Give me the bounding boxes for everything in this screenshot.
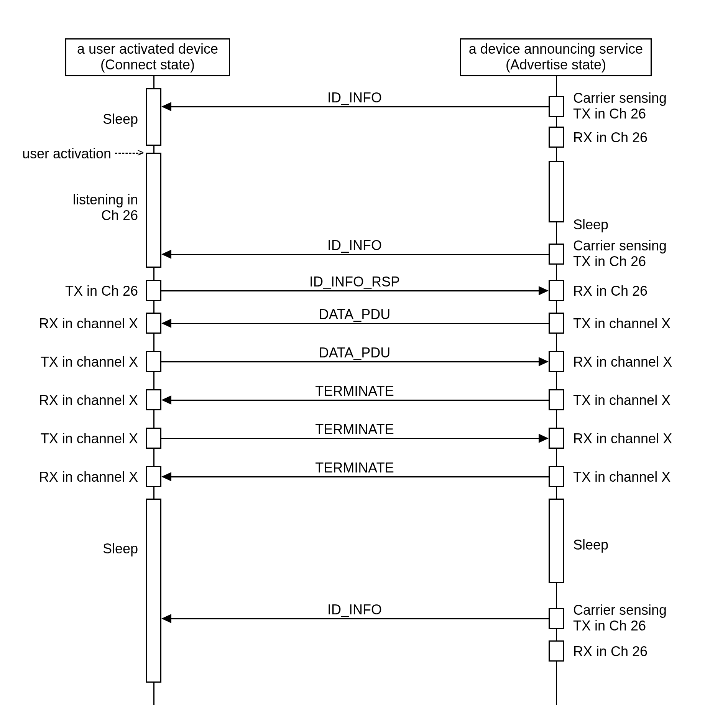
left-act-rxX-1 bbox=[146, 313, 161, 334]
arrow-idinforsp-head bbox=[539, 286, 549, 295]
right-act-txX-2 bbox=[549, 389, 564, 410]
right-act-cs1 bbox=[549, 96, 564, 117]
left-act-sleep1 bbox=[146, 88, 161, 146]
left-label-rxX-1: RX in channel X bbox=[15, 316, 138, 331]
left-act-sleep2 bbox=[146, 499, 161, 683]
right-title-line1: a device announcing service bbox=[461, 41, 651, 57]
right-act-cs2 bbox=[549, 244, 564, 265]
right-participant-title: a device announcing service (Advertise s… bbox=[460, 38, 652, 76]
right-label-rxX-2: RX in channel X bbox=[573, 431, 711, 446]
arrow-datapdu-2-head bbox=[539, 357, 549, 366]
right-label-cs3: Carrier sensing TX in Ch 26 bbox=[573, 602, 711, 634]
left-label-txX-2: TX in channel X bbox=[15, 431, 138, 446]
arrow-idinfo-2 bbox=[171, 254, 549, 255]
left-act-tx26 bbox=[146, 280, 161, 301]
right-act-txX-1 bbox=[549, 313, 564, 334]
arrow-datapdu-2 bbox=[161, 361, 539, 362]
left-label-sleep1: Sleep bbox=[23, 111, 138, 127]
arrow-datapdu-1 bbox=[171, 323, 549, 324]
left-label-txX-1: TX in channel X bbox=[15, 354, 138, 370]
msg-idinfo-2: ID_INFO bbox=[278, 237, 431, 253]
arrow-idinfo-3 bbox=[171, 618, 549, 619]
right-act-rx26-2 bbox=[549, 280, 564, 301]
right-label-rxX-1: RX in channel X bbox=[573, 354, 711, 370]
msg-idinfo-3: ID_INFO bbox=[278, 602, 431, 618]
left-participant-title: a user activated device (Connect state) bbox=[65, 38, 230, 76]
arrow-term-2-head bbox=[539, 434, 549, 443]
left-label-listening: listening in Ch 26 bbox=[23, 192, 138, 224]
right-label-sleep2: Sleep bbox=[573, 537, 711, 553]
right-label-rx26-1: RX in Ch 26 bbox=[573, 130, 711, 145]
right-label-sleep1: Sleep bbox=[573, 217, 711, 232]
right-act-cs3 bbox=[549, 608, 564, 629]
right-label-txX-3: TX in channel X bbox=[573, 469, 711, 485]
msg-term-3: TERMINATE bbox=[278, 460, 431, 476]
left-label-rxX-2: RX in channel X bbox=[15, 392, 138, 408]
right-act-txX-3 bbox=[549, 466, 564, 487]
msg-term-2: TERMINATE bbox=[278, 421, 431, 438]
right-act-rx26-3 bbox=[549, 640, 564, 662]
arrow-datapdu-1-head bbox=[161, 319, 171, 328]
arrow-idinfo-3-head bbox=[161, 614, 171, 623]
arrow-idinfo-1 bbox=[171, 106, 549, 107]
arrow-idinfo-1-head bbox=[161, 102, 171, 111]
left-act-listening bbox=[146, 153, 161, 268]
arrow-term-1-head bbox=[161, 395, 171, 405]
left-act-txX-2 bbox=[146, 428, 161, 449]
left-act-rxX-2 bbox=[146, 389, 161, 410]
right-act-sleep2 bbox=[549, 499, 564, 583]
msg-idinforsp: ID_INFO_RSP bbox=[278, 274, 431, 290]
left-act-txX-1 bbox=[146, 351, 161, 372]
right-label-rx26-2: RX in Ch 26 bbox=[573, 283, 711, 299]
left-label-rxX-3: RX in channel X bbox=[15, 469, 138, 485]
arrow-term-1 bbox=[171, 400, 549, 401]
right-act-sleep1 bbox=[549, 161, 564, 222]
arrow-idinfo-2-head bbox=[161, 250, 171, 259]
left-label-sleep2: Sleep bbox=[23, 541, 138, 556]
left-label-user-activation: user activation bbox=[0, 146, 111, 161]
sequence-diagram: a user activated device (Connect state) … bbox=[0, 0, 728, 716]
left-title-line2: (Connect state) bbox=[66, 57, 229, 72]
right-act-rxX-2 bbox=[549, 428, 564, 449]
right-title-line2: (Advertise state) bbox=[461, 57, 651, 72]
msg-datapdu-2: DATA_PDU bbox=[278, 345, 431, 361]
msg-datapdu-1: DATA_PDU bbox=[278, 306, 431, 323]
left-title-line1: a user activated device bbox=[66, 41, 229, 57]
user-activation-arrow-head: > bbox=[137, 146, 144, 159]
right-label-txX-1: TX in channel X bbox=[573, 316, 711, 331]
arrow-term-3 bbox=[171, 476, 549, 477]
arrow-idinforsp bbox=[161, 290, 539, 291]
right-act-rxX-1 bbox=[549, 351, 564, 372]
right-label-cs2: Carrier sensing TX in Ch 26 bbox=[573, 238, 711, 270]
msg-term-1: TERMINATE bbox=[278, 383, 431, 399]
msg-idinfo-1: ID_INFO bbox=[278, 90, 431, 106]
left-label-tx26: TX in Ch 26 bbox=[15, 283, 138, 299]
arrow-term-3-head bbox=[161, 472, 171, 481]
right-label-cs1: Carrier sensing TX in Ch 26 bbox=[573, 90, 711, 122]
left-act-rxX-3 bbox=[146, 466, 161, 487]
right-act-rx26-1 bbox=[549, 127, 564, 148]
arrow-term-2 bbox=[161, 438, 539, 439]
right-label-txX-2: TX in channel X bbox=[573, 392, 711, 408]
right-label-rx26-3: RX in Ch 26 bbox=[573, 644, 711, 659]
